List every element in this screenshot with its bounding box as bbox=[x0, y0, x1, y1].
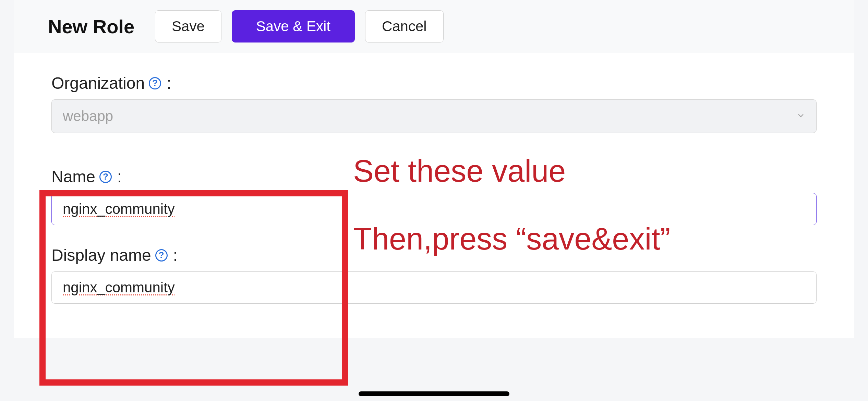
name-input[interactable]: nginx_community bbox=[51, 193, 817, 225]
organization-label-text: Organization bbox=[51, 74, 145, 93]
cancel-button[interactable]: Cancel bbox=[365, 10, 444, 42]
annotation-text-line2: Then,press “save&exit” bbox=[353, 222, 670, 256]
help-icon[interactable]: ? bbox=[149, 77, 161, 89]
save-and-exit-button[interactable]: Save & Exit bbox=[232, 10, 355, 42]
label-colon: : bbox=[167, 74, 171, 93]
save-button[interactable]: Save bbox=[155, 10, 221, 42]
organization-select-wrapper: webapp bbox=[51, 99, 817, 133]
label-colon: : bbox=[173, 246, 178, 265]
display-name-label-text: Display name bbox=[51, 246, 151, 265]
organization-select: webapp bbox=[51, 99, 817, 133]
page-title: New Role bbox=[48, 15, 134, 38]
name-label-text: Name bbox=[51, 167, 95, 186]
display-name-input[interactable]: nginx_community bbox=[51, 271, 817, 304]
annotation-text-line1: Set these value bbox=[353, 154, 566, 188]
home-indicator bbox=[359, 391, 509, 396]
main-content: Organization ? : webapp Name ? : nginx_c… bbox=[14, 53, 854, 338]
display-name-input-value: nginx_community bbox=[63, 279, 175, 295]
label-colon: : bbox=[117, 167, 122, 186]
name-input-value: nginx_community bbox=[63, 201, 175, 217]
help-icon[interactable]: ? bbox=[99, 171, 112, 183]
help-icon[interactable]: ? bbox=[155, 249, 168, 262]
header-bar: New Role Save Save & Exit Cancel bbox=[14, 0, 854, 53]
organization-label: Organization ? : bbox=[51, 74, 817, 93]
organization-group: Organization ? : webapp bbox=[51, 74, 817, 133]
